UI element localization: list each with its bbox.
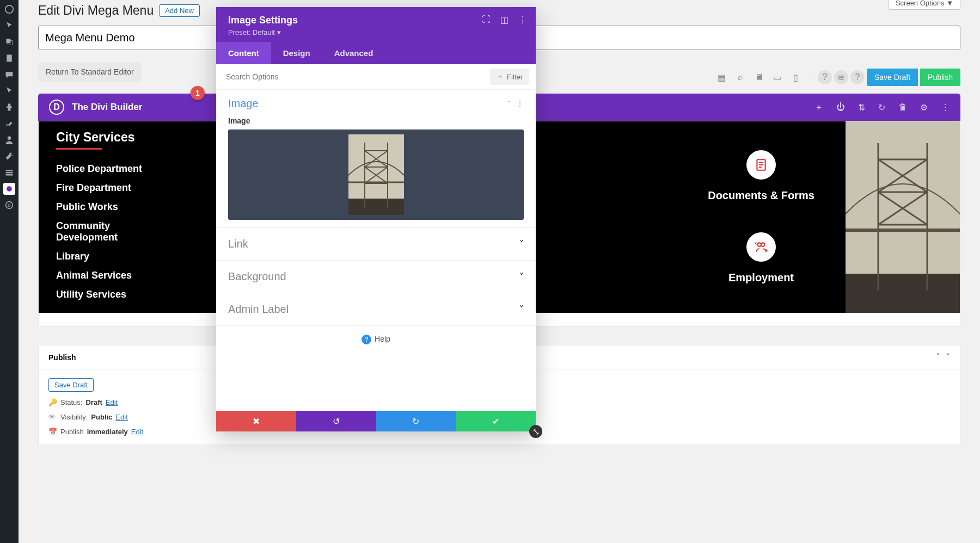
chevron-down-icon: ˅ bbox=[519, 272, 524, 282]
appearance-icon[interactable] bbox=[3, 118, 15, 129]
service-item[interactable]: Library bbox=[56, 247, 190, 266]
modal-cancel-button[interactable]: ✖ bbox=[216, 411, 296, 431]
employment-icon[interactable] bbox=[746, 232, 776, 262]
comments-icon[interactable] bbox=[3, 69, 15, 81]
help2-icon[interactable]: ? bbox=[850, 70, 865, 84]
publish-edit-link[interactable]: Edit bbox=[131, 428, 143, 436]
add-icon[interactable]: ＋ bbox=[814, 102, 823, 113]
metabox-down-icon[interactable]: ˅ bbox=[946, 352, 950, 362]
services-heading: City Services bbox=[56, 130, 190, 145]
image-upload-field[interactable] bbox=[228, 129, 524, 220]
pin-icon[interactable] bbox=[3, 20, 15, 32]
svg-point-4 bbox=[8, 137, 11, 140]
canvas-col-image[interactable] bbox=[846, 121, 960, 313]
save-draft-button[interactable]: Save Draft bbox=[867, 69, 918, 86]
page-title: Edit Divi Mega Menu bbox=[38, 3, 154, 18]
tab-advanced[interactable]: Advanced bbox=[322, 42, 385, 64]
pin2-icon[interactable] bbox=[3, 85, 15, 97]
focus-icon[interactable]: ⛶ bbox=[482, 15, 491, 25]
section-link[interactable]: Link ˅ bbox=[216, 228, 536, 261]
wp-admin-sidebar: D bbox=[0, 0, 19, 543]
pages-icon[interactable] bbox=[3, 52, 15, 64]
section-image: Image ˄⋮ Image bbox=[216, 90, 536, 228]
search-options-input[interactable] bbox=[223, 69, 490, 84]
documents-link[interactable]: Documents & Forms bbox=[708, 189, 814, 202]
grid-icon[interactable]: ▤ bbox=[714, 69, 730, 85]
service-item[interactable]: Community Development bbox=[56, 217, 154, 247]
help-icon[interactable]: ? bbox=[818, 70, 832, 84]
more-icon[interactable]: ⋮ bbox=[941, 102, 950, 113]
media-icon[interactable] bbox=[3, 36, 15, 48]
publish-label: Publish bbox=[60, 428, 84, 436]
service-item[interactable]: Police Department bbox=[56, 159, 190, 178]
modal-resize-handle[interactable]: ⤡ bbox=[529, 425, 542, 438]
search-icon[interactable]: ⌕ bbox=[732, 69, 749, 85]
modal-undo-button[interactable]: ↺ bbox=[296, 411, 376, 431]
svg-rect-1 bbox=[6, 39, 10, 43]
power-icon[interactable]: ⏻ bbox=[836, 102, 845, 112]
metabox-up-icon[interactable]: ˄ bbox=[936, 352, 940, 362]
svg-rect-7 bbox=[6, 174, 13, 175]
help-row[interactable]: ?Help bbox=[216, 326, 536, 353]
image-field-label: Image bbox=[228, 116, 524, 125]
user-icon[interactable] bbox=[3, 134, 15, 146]
visibility-edit-link[interactable]: Edit bbox=[115, 413, 127, 421]
sort-icon[interactable]: ⇅ bbox=[858, 102, 865, 113]
screen-options-label: Screen Options bbox=[896, 0, 945, 7]
preset-selector[interactable]: Preset: Default ▾ bbox=[228, 28, 524, 36]
section-more-icon[interactable]: ⋮ bbox=[516, 100, 524, 108]
metabox-save-draft-button[interactable]: Save Draft bbox=[48, 378, 94, 392]
status-edit-link[interactable]: Edit bbox=[106, 398, 118, 406]
tab-design[interactable]: Design bbox=[271, 42, 322, 64]
chevron-down-icon: ˅ bbox=[519, 239, 524, 249]
modal-redo-button[interactable]: ↻ bbox=[376, 411, 456, 431]
employment-link[interactable]: Employment bbox=[728, 272, 794, 284]
service-item[interactable]: Utility Services bbox=[56, 285, 190, 304]
add-new-button[interactable]: Add New bbox=[159, 4, 200, 17]
section-bg-title: Background bbox=[228, 270, 286, 283]
service-item[interactable]: Fire Department bbox=[56, 178, 190, 198]
column-icon[interactable]: ◫ bbox=[500, 15, 509, 25]
desktop-icon[interactable]: 🖥 bbox=[751, 69, 767, 85]
divi-logo-icon: D bbox=[49, 100, 64, 115]
gear-icon[interactable]: ⚙ bbox=[920, 102, 928, 113]
modal-confirm-button[interactable]: ✔ bbox=[456, 411, 536, 431]
section-background[interactable]: Background ˅ bbox=[216, 261, 536, 293]
section-image-toggle[interactable]: Image ˄⋮ bbox=[228, 97, 524, 110]
return-standard-editor-button[interactable]: Return To Standard Editor bbox=[38, 62, 142, 82]
svg-rect-30 bbox=[348, 199, 404, 215]
trash-icon[interactable]: 🗑 bbox=[898, 102, 907, 112]
dashboard-icon[interactable] bbox=[3, 3, 15, 15]
tab-content[interactable]: Content bbox=[216, 42, 271, 64]
document-icon[interactable] bbox=[746, 150, 776, 180]
section-admin-title: Admin Label bbox=[228, 303, 289, 316]
phone-icon[interactable]: ▯ bbox=[788, 69, 804, 85]
status-value: Draft bbox=[85, 398, 102, 406]
tools-icon[interactable] bbox=[3, 150, 15, 162]
svg-text:D: D bbox=[8, 203, 11, 208]
section-link-title: Link bbox=[228, 238, 248, 250]
services-list: Police Department Fire Department Public… bbox=[56, 159, 190, 304]
canvas-col-services: City Services Police Department Fire Dep… bbox=[39, 121, 207, 313]
service-item[interactable]: Public Works bbox=[56, 198, 190, 217]
section-admin-label[interactable]: Admin Label ˅ bbox=[216, 293, 536, 326]
history-icon[interactable]: ↻ bbox=[878, 102, 885, 113]
divi-icon[interactable] bbox=[3, 183, 15, 195]
publish-value: immediately bbox=[87, 428, 128, 436]
publish-button[interactable]: Publish bbox=[920, 69, 960, 86]
tablet-icon[interactable]: ▭ bbox=[769, 69, 786, 85]
help-label: Help bbox=[375, 335, 390, 343]
layers-icon[interactable]: ≋ bbox=[834, 70, 848, 84]
modal-more-icon[interactable]: ⋮ bbox=[518, 15, 527, 25]
divi2-icon[interactable]: D bbox=[3, 199, 15, 211]
screen-options-toggle[interactable]: Screen Options ▼ bbox=[889, 0, 960, 10]
svg-point-8 bbox=[7, 186, 12, 192]
plugins-icon[interactable] bbox=[3, 101, 15, 113]
filter-button[interactable]: ＋ Filter bbox=[490, 69, 529, 85]
chevron-up-icon[interactable]: ˄ bbox=[507, 100, 511, 108]
eye-icon: 👁 bbox=[48, 413, 57, 421]
settings-icon[interactable] bbox=[3, 166, 15, 178]
service-item[interactable]: Animal Services bbox=[56, 266, 190, 285]
modal-header[interactable]: Image Settings Preset: Default ▾ ⛶ ◫ ⋮ bbox=[216, 7, 536, 42]
chevron-down-icon: ˅ bbox=[519, 304, 524, 314]
